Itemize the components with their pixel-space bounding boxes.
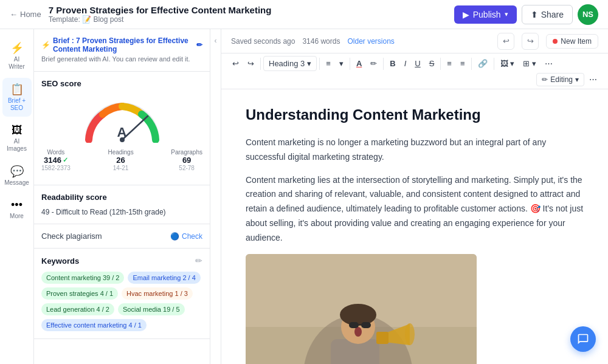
panel-collapse-button[interactable]: ‹ (210, 29, 221, 364)
toolbar-sep-6 (471, 58, 472, 70)
sidebar-item-ai-writer[interactable]: ⚡ AI Writer (2, 36, 32, 75)
keywords-section: Keywords ✏ Content marketing 39 / 2Email… (34, 249, 210, 339)
toolbar-undo[interactable]: ↩ (229, 57, 243, 70)
publish-button[interactable]: ▶ Publish ▾ (454, 5, 517, 24)
ai-writer-icon: ⚡ (10, 41, 24, 55)
editing-mode-badge[interactable]: ✏ Editing ▾ (536, 73, 584, 86)
editor-toolbar: ↩ ↪ Heading 3 ▾ ≡ ▾ A ✏ B I U S ≡ (221, 53, 608, 89)
toolbar-bold[interactable]: B (386, 57, 399, 70)
sidebar-item-more[interactable]: ••• More (2, 194, 32, 225)
headings-range: 14-21 (113, 165, 129, 171)
seo-score-title: SEO score (41, 79, 202, 88)
keywords-header: Keywords ✏ (41, 256, 202, 266)
toolbar-sep-1 (260, 58, 261, 70)
brief-description: Brief generated with AI. You can review … (41, 55, 202, 64)
toolbar-strikethrough[interactable]: S (426, 57, 438, 70)
toolbar-more-options[interactable]: ⋯ (541, 57, 556, 70)
plagiarism-label: Check plagiarism (41, 232, 102, 241)
toolbar-redo[interactable]: ↪ (244, 57, 258, 70)
readability-section: Readability score 49 - Difficult to Read… (34, 185, 210, 224)
toolbar-table[interactable]: ⊞ ▾ (519, 57, 540, 70)
svg-rect-12 (349, 322, 359, 328)
svg-point-11 (354, 327, 362, 337)
editing-chevron: ▾ (575, 75, 579, 84)
redo-icon-top[interactable]: ↪ (522, 33, 539, 50)
word-count: 3146 words (302, 37, 340, 46)
ai-images-icon: 🖼 (12, 124, 22, 137)
sidebar-item-brief-seo[interactable]: 📋 Brief + SEO (2, 78, 32, 117)
new-item-label: New Item (561, 37, 592, 46)
toolbar-highlight[interactable]: ✏ (367, 57, 381, 70)
publish-label: Publish (473, 10, 501, 19)
undo-icon-top[interactable]: ↩ (497, 33, 514, 50)
content-para1: Content marketing is no longer a marketi… (246, 136, 584, 165)
topbar-actions: ▶ Publish ▾ ⬆ Share NS (454, 4, 598, 25)
brief-seo-icon: 📋 (10, 83, 24, 96)
toolbar-number-list[interactable]: ≡ (457, 57, 469, 70)
keyword-tag[interactable]: Content marketing 39 / 2 (41, 272, 124, 284)
sidebar-item-brief-seo-label: Brief + SEO (6, 97, 28, 112)
toolbar-overflow[interactable]: ⋯ (586, 72, 601, 86)
heading-selector[interactable]: Heading 3 ▾ (263, 56, 317, 71)
headings-stat: Headings 26 14-21 (108, 149, 133, 171)
home-label: Home (20, 10, 41, 19)
home-link[interactable]: ← Home (10, 10, 41, 19)
toolbar-align-chevron[interactable]: ▾ (336, 57, 347, 70)
headings-stat-value: 26 (116, 156, 125, 165)
content-para2: Content marketing lies at the intersecti… (246, 173, 584, 246)
gauge-container: A (80, 94, 165, 143)
new-item-dot (553, 39, 558, 44)
plagiarism-check-button[interactable]: 🔵 Check (170, 232, 202, 241)
editing-icon: ✏ (542, 75, 548, 84)
brief-section: ⚡ Brief : 7 Proven Strategies for Effect… (34, 29, 210, 72)
chat-bubble-icon (577, 333, 589, 345)
editor-content[interactable]: Understanding Content Marketing Content … (221, 89, 608, 364)
content-image-svg (246, 254, 477, 364)
sidebar-item-message[interactable]: 💬 Message (2, 160, 32, 191)
toolbar-italic[interactable]: I (401, 57, 410, 70)
brief-edit-icon[interactable]: ✏ (196, 41, 202, 49)
seo-stats: Words 3146 ✓ 1582-2373 Headings 26 14-21 (41, 149, 202, 171)
keyword-tag[interactable]: Hvac marketing 1 / 3 (122, 287, 193, 300)
keyword-tags: Content marketing 39 / 2Email marketing … (41, 272, 202, 331)
toolbar-link[interactable]: 🔗 (474, 57, 491, 70)
older-versions-link[interactable]: Older versions (347, 37, 394, 46)
user-avatar[interactable]: NS (578, 4, 598, 25)
publish-chevron: ▾ (505, 10, 508, 18)
toolbar-sep-3 (350, 58, 350, 70)
keyword-tag[interactable]: Email marketing 2 / 4 (128, 272, 200, 284)
toolbar-bullet-list[interactable]: ≡ (443, 57, 455, 70)
toolbar-text-color[interactable]: A (353, 57, 365, 70)
keyword-tag[interactable]: Lead generation 4 / 2 (41, 303, 114, 315)
template-info: Template: 📝 Blog post (49, 15, 447, 24)
editor-topbar: Saved seconds ago 3146 words Older versi… (221, 29, 608, 53)
toolbar-align[interactable]: ≡ (322, 57, 334, 70)
page-title-area: 7 Proven Strategies for Effective Conten… (49, 5, 447, 24)
plagiarism-check-label: Check (182, 232, 202, 241)
publish-icon: ▶ (463, 10, 469, 19)
brief-title: ⚡ Brief : 7 Proven Strategies for Effect… (41, 36, 202, 53)
sidebar-item-more-label: More (10, 213, 24, 220)
new-item-button[interactable]: New Item (546, 34, 598, 49)
collapse-icon: ‹ (210, 36, 221, 45)
words-count: 3146 (44, 156, 61, 165)
left-sidebar: ⚡ AI Writer 📋 Brief + SEO 🖼 AI Images 💬 … (0, 29, 34, 364)
readability-title: Readability score (41, 193, 202, 202)
chat-bubble-button[interactable] (570, 326, 596, 352)
keywords-edit-icon[interactable]: ✏ (195, 256, 202, 266)
sidebar-item-ai-images[interactable]: 🖼 AI Images (2, 119, 32, 157)
content-image (246, 254, 477, 364)
keyword-tag[interactable]: Social media 19 / 5 (118, 303, 185, 315)
paragraphs-range: 52-78 (179, 165, 195, 171)
toolbar-sep-7 (494, 58, 494, 70)
toolbar-image[interactable]: 🖼 ▾ (497, 57, 519, 70)
editor-area: Saved seconds ago 3146 words Older versi… (221, 29, 608, 364)
seo-gauge: A Words 3146 ✓ 1582-2373 Headings (41, 94, 202, 171)
template-label: Template: (49, 15, 80, 24)
sidebar-item-ai-images-label: AI Images (6, 138, 28, 153)
editing-label: Editing (550, 75, 573, 84)
share-button[interactable]: ⬆ Share (522, 5, 573, 24)
keyword-tag[interactable]: Effective content marketing 4 / 1 (41, 319, 147, 331)
keyword-tag[interactable]: Proven strategies 4 / 1 (41, 287, 118, 300)
toolbar-underline[interactable]: U (411, 57, 424, 70)
